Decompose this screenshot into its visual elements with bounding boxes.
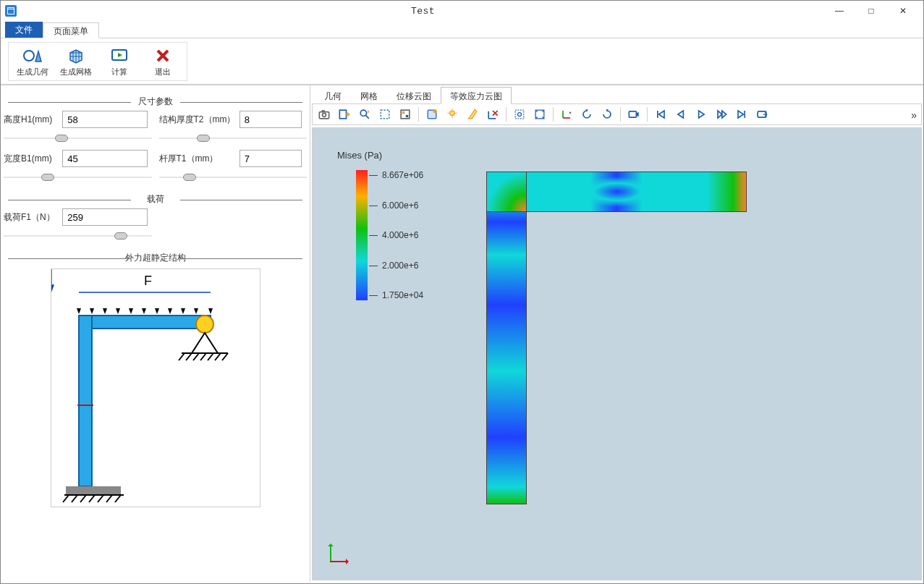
- svg-rect-44: [381, 110, 389, 119]
- b1-slider[interactable]: [4, 177, 152, 178]
- structure-diagram: F: [51, 268, 260, 507]
- svg-point-49: [433, 109, 437, 113]
- play-button[interactable]: [692, 106, 710, 123]
- camera-button[interactable]: [315, 106, 333, 123]
- axis-dropdown-button[interactable]: [558, 106, 575, 123]
- prev-frame-button[interactable]: [672, 106, 690, 123]
- svg-line-31: [72, 495, 77, 502]
- select-area-icon: [378, 107, 392, 122]
- light-icon: [445, 107, 459, 122]
- h1-label: 高度H1(mm): [4, 114, 60, 126]
- title-bar: Test — □ ✕: [1, 1, 923, 21]
- tab-file[interactable]: 文件: [5, 22, 43, 38]
- svg-point-18: [196, 316, 213, 333]
- rotate-ccw-button[interactable]: [578, 106, 595, 123]
- tab-page-menu[interactable]: 页面菜单: [43, 22, 99, 38]
- play-screen-icon: [109, 46, 130, 66]
- ribbon-bar: 生成几何 生成网格 计算 退出: [1, 38, 923, 85]
- toolbar-separator: [506, 107, 506, 122]
- minimize-button[interactable]: —: [823, 3, 855, 19]
- export-button[interactable]: [336, 106, 353, 123]
- generate-geometry-button[interactable]: 生成几何: [16, 46, 49, 77]
- svg-line-22: [186, 353, 192, 360]
- f1-slider[interactable]: [4, 235, 152, 237]
- svg-rect-46: [402, 111, 404, 114]
- delete-axis-icon: [486, 107, 500, 122]
- svg-marker-71: [659, 111, 665, 118]
- x-icon: [153, 46, 173, 66]
- t2-slider[interactable]: [159, 137, 308, 139]
- svg-marker-76: [738, 111, 744, 118]
- svg-line-34: [98, 495, 103, 502]
- toolbar-separator: [553, 107, 554, 122]
- generate-mesh-button[interactable]: 生成网格: [59, 46, 93, 77]
- svg-marker-72: [678, 111, 684, 118]
- export-icon: [337, 107, 352, 122]
- zoom-box-icon: [512, 107, 527, 122]
- mesh-cube-icon: [66, 46, 86, 66]
- view-tab-strip: 几何网格位移云图等效应力云图: [310, 85, 923, 104]
- svg-rect-47: [406, 115, 408, 117]
- svg-line-24: [200, 353, 206, 360]
- legend-title: Mises (Pa): [337, 150, 382, 161]
- label: 计算: [111, 67, 127, 77]
- first-frame-button[interactable]: [652, 106, 669, 123]
- b1-label: 宽度B1(mm): [4, 153, 60, 165]
- b1-input[interactable]: [62, 150, 148, 167]
- close-button[interactable]: ✕: [887, 3, 919, 19]
- view-tab-0[interactable]: 几何: [315, 87, 351, 104]
- select-area-button[interactable]: [376, 106, 394, 123]
- legend-tick: 8.667e+06: [369, 170, 423, 180]
- play-icon: [694, 107, 708, 122]
- toolbar-overflow-button[interactable]: »: [911, 109, 917, 121]
- compute-button[interactable]: 计算: [103, 46, 136, 77]
- svg-point-50: [450, 111, 455, 116]
- surface-button[interactable]: [423, 106, 441, 123]
- last-frame-button[interactable]: [733, 106, 750, 123]
- f1-input[interactable]: [62, 208, 148, 226]
- record-button[interactable]: [625, 106, 643, 123]
- svg-rect-16: [79, 316, 92, 486]
- svg-line-36: [115, 495, 121, 502]
- size-params-heading: 尺寸参数: [4, 96, 307, 108]
- view-tab-2[interactable]: 位移云图: [387, 87, 441, 104]
- result-pane: 几何网格位移云图等效应力云图 » Mises (Pa) 8.667e+066.0…: [310, 85, 923, 582]
- view-tab-1[interactable]: 网格: [351, 87, 387, 104]
- rotate-ccw-icon: [580, 107, 594, 122]
- fit-all-icon: [533, 107, 547, 122]
- next-frame-button[interactable]: [713, 106, 730, 123]
- svg-line-26: [215, 353, 221, 360]
- t1-slider[interactable]: [159, 177, 308, 178]
- first-frame-icon: [653, 107, 668, 122]
- maximize-button[interactable]: □: [855, 3, 887, 19]
- fit-all-button[interactable]: [531, 106, 548, 123]
- legend-colorbar: [356, 170, 368, 300]
- rotate-cw-button[interactable]: [598, 106, 616, 123]
- zoom-box-button[interactable]: [511, 106, 528, 123]
- exit-button[interactable]: 退出: [146, 46, 179, 77]
- svg-rect-39: [322, 110, 325, 112]
- axis-dropdown-icon: [559, 107, 574, 122]
- color-by-icon: [398, 107, 412, 122]
- svg-line-25: [208, 353, 213, 360]
- prev-frame-icon: [674, 107, 688, 122]
- svg-marker-65: [569, 112, 571, 114]
- magic-zoom-icon: [357, 107, 372, 122]
- f1-label: 载荷F1（N）: [4, 211, 60, 224]
- color-by-button[interactable]: [397, 106, 414, 123]
- view-tab-3[interactable]: 等效应力云图: [441, 87, 512, 104]
- magic-zoom-button[interactable]: [356, 106, 373, 123]
- window-title: Test: [22, 6, 823, 17]
- light-button[interactable]: [444, 106, 461, 123]
- h1-slider[interactable]: [4, 137, 152, 139]
- svg-line-30: [63, 495, 69, 502]
- delete-axis-button[interactable]: [484, 106, 501, 123]
- ruler-button[interactable]: [464, 106, 481, 123]
- viewport-3d[interactable]: Mises (Pa) 8.667e+066.000e+64.000e+62.00…: [312, 127, 922, 580]
- toolbar-separator: [418, 107, 419, 122]
- t1-input[interactable]: [240, 150, 302, 167]
- ribbon-tab-strip: 文件 页面菜单: [1, 21, 923, 38]
- loop-button[interactable]: [753, 106, 771, 123]
- h1-input[interactable]: [62, 111, 148, 128]
- t2-input[interactable]: [240, 111, 302, 128]
